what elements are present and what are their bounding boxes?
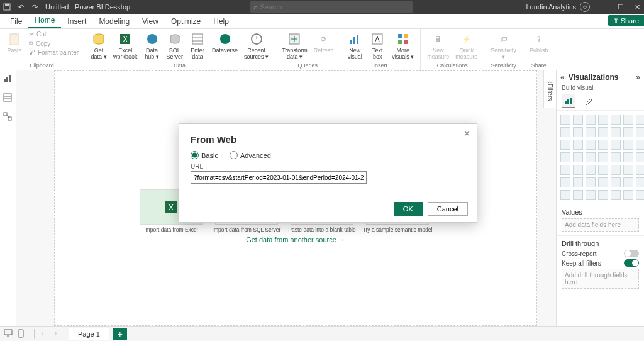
search-box[interactable]: ⌕ <box>250 1 413 13</box>
viz-type[interactable] <box>611 177 621 187</box>
data-hub-button[interactable]: Data hub ▾ <box>142 30 163 62</box>
viz-type[interactable] <box>586 165 596 175</box>
format-painter-button[interactable]: 🖌Format painter <box>28 48 80 57</box>
dataverse-button[interactable]: Dataverse <box>209 30 240 55</box>
radio-advanced[interactable]: Advanced <box>230 151 271 159</box>
search-input[interactable] <box>260 3 409 11</box>
tab-optimize[interactable]: Optimize <box>165 14 207 28</box>
data-view-icon[interactable] <box>3 93 13 103</box>
viz-type[interactable] <box>623 190 633 200</box>
maximize-button[interactable]: ☐ <box>616 3 625 11</box>
viz-type[interactable] <box>598 165 608 175</box>
keep-filters-toggle[interactable] <box>624 259 639 267</box>
viz-type[interactable] <box>573 127 583 137</box>
viz-type[interactable] <box>573 165 583 175</box>
transform-data-button[interactable]: Transform data ▾ <box>279 30 310 62</box>
new-visual-button[interactable]: New visual <box>344 30 365 62</box>
viz-type[interactable] <box>611 140 621 150</box>
tab-view[interactable]: View <box>136 14 165 28</box>
viz-type[interactable] <box>586 140 596 150</box>
viz-type[interactable] <box>560 152 570 162</box>
text-box-button[interactable]: AText box <box>367 30 388 62</box>
viz-type[interactable] <box>623 115 633 125</box>
viz-type[interactable] <box>560 115 570 125</box>
format-visual-tab[interactable] <box>582 94 596 108</box>
viz-type[interactable] <box>586 127 596 137</box>
viz-type[interactable] <box>611 127 621 137</box>
viz-type[interactable] <box>611 190 621 200</box>
cross-report-toggle[interactable] <box>624 250 639 257</box>
ok-button[interactable]: OK <box>394 202 423 216</box>
dialog-close-button[interactable]: ✕ <box>464 129 470 138</box>
tab-help[interactable]: Help <box>207 14 235 28</box>
viz-type[interactable] <box>611 115 621 125</box>
viz-type[interactable] <box>586 152 596 162</box>
viz-type[interactable] <box>573 177 583 187</box>
quick-measure-button[interactable]: ⚡Quick measure <box>453 30 480 62</box>
tab-modeling[interactable]: Modeling <box>92 14 136 28</box>
user-account[interactable]: Lundin Analytics ☺ <box>526 2 591 12</box>
refresh-button[interactable]: ⟳Refresh <box>311 30 336 55</box>
filters-pane-collapsed[interactable]: ‹ Filters <box>543 70 556 108</box>
viz-type[interactable] <box>623 152 633 162</box>
model-view-icon[interactable] <box>3 112 13 122</box>
undo-icon[interactable]: ↶ <box>16 3 25 11</box>
cancel-button[interactable]: Cancel <box>428 202 468 216</box>
tab-home[interactable]: Home <box>28 13 61 28</box>
copy-button[interactable]: ⧉Copy <box>28 39 80 48</box>
viz-type[interactable] <box>611 165 621 175</box>
viz-type[interactable] <box>598 115 608 125</box>
viz-type[interactable] <box>623 165 633 175</box>
radio-basic[interactable]: Basic <box>191 151 218 159</box>
viz-type[interactable] <box>636 127 644 137</box>
viz-type[interactable] <box>623 177 633 187</box>
viz-type[interactable] <box>560 190 570 200</box>
publish-button[interactable]: ⇪Publish <box>527 30 551 55</box>
viz-type[interactable] <box>598 127 608 137</box>
mobile-layout-icon[interactable] <box>18 329 28 339</box>
enter-data-button[interactable]: Enter data <box>187 30 208 62</box>
paste-button[interactable]: Paste <box>4 30 25 55</box>
sensitivity-button[interactable]: 🏷Sensitivity ▾ <box>488 30 519 62</box>
share-button[interactable]: ⇪Share <box>608 15 644 26</box>
values-dropzone[interactable]: Add data fields here <box>562 218 639 232</box>
tab-file[interactable]: File <box>4 14 28 28</box>
report-view-icon[interactable] <box>3 74 13 84</box>
add-page-button[interactable]: + <box>113 328 127 340</box>
excel-workbook-button[interactable]: XExcel workbook <box>111 30 140 62</box>
get-data-other-link[interactable]: Get data from another source → <box>246 236 345 243</box>
viz-type[interactable] <box>598 177 608 187</box>
viz-type[interactable] <box>586 190 596 200</box>
viz-type[interactable] <box>586 177 596 187</box>
next-page-icon[interactable]: › <box>55 329 65 339</box>
viz-type[interactable] <box>573 115 583 125</box>
viz-type[interactable] <box>560 165 570 175</box>
page-tab-1[interactable]: Page 1 <box>69 328 109 340</box>
sql-server-button[interactable]: SQL Server <box>164 30 186 62</box>
url-input[interactable] <box>191 171 367 184</box>
viz-type[interactable] <box>573 140 583 150</box>
redo-icon[interactable]: ↷ <box>30 3 39 11</box>
drill-through-dropzone[interactable]: Add drill-through fields here <box>562 269 639 289</box>
viz-type[interactable] <box>623 127 633 137</box>
viz-type[interactable] <box>636 190 644 200</box>
viz-type[interactable] <box>623 140 633 150</box>
viz-type[interactable] <box>636 115 644 125</box>
get-data-button[interactable]: Get data ▾ <box>88 30 109 62</box>
tab-insert[interactable]: Insert <box>61 14 92 28</box>
prev-page-icon[interactable]: ‹ <box>41 329 51 339</box>
recent-sources-button[interactable]: Recent sources ▾ <box>242 30 271 62</box>
viz-type[interactable] <box>598 190 608 200</box>
more-visuals-button[interactable]: More visuals ▾ <box>389 30 416 62</box>
viz-type[interactable] <box>560 177 570 187</box>
expand-right-icon[interactable]: » <box>636 73 640 82</box>
viz-type[interactable] <box>636 165 644 175</box>
viz-type[interactable] <box>586 115 596 125</box>
viz-type[interactable] <box>560 140 570 150</box>
viz-type[interactable] <box>560 127 570 137</box>
close-button[interactable]: ✕ <box>633 3 641 11</box>
desktop-layout-icon[interactable] <box>4 329 14 339</box>
viz-type[interactable] <box>598 140 608 150</box>
viz-type[interactable] <box>598 152 608 162</box>
save-icon[interactable] <box>3 3 11 11</box>
